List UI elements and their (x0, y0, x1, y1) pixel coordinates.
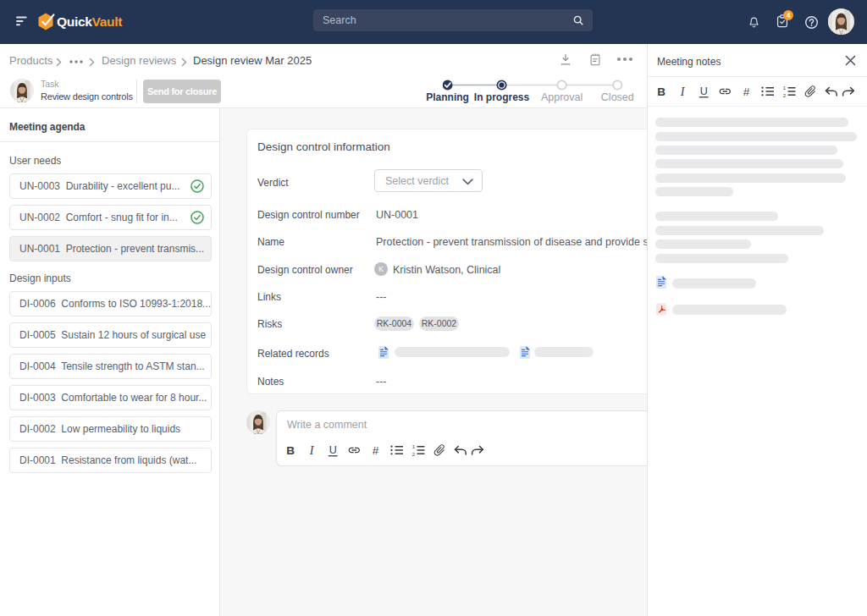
svg-text:I: I (680, 85, 686, 98)
svg-text:1: 1 (783, 85, 787, 91)
svg-text:In progress: In progress (474, 91, 530, 103)
svg-text:1: 1 (412, 444, 416, 449)
svg-text:B: B (657, 85, 665, 98)
svg-text:I: I (309, 444, 315, 457)
svg-text:#: # (743, 85, 750, 98)
svg-text:U: U (329, 444, 337, 456)
svg-text:#: # (373, 444, 379, 457)
svg-text:Approval: Approval (541, 91, 583, 103)
svg-text:Planning: Planning (426, 91, 469, 103)
svg-text:Closed: Closed (601, 91, 634, 103)
svg-text:U: U (700, 85, 708, 97)
svg-text:2: 2 (412, 452, 416, 457)
svg-text:2: 2 (783, 93, 787, 98)
svg-text:B: B (286, 444, 295, 457)
